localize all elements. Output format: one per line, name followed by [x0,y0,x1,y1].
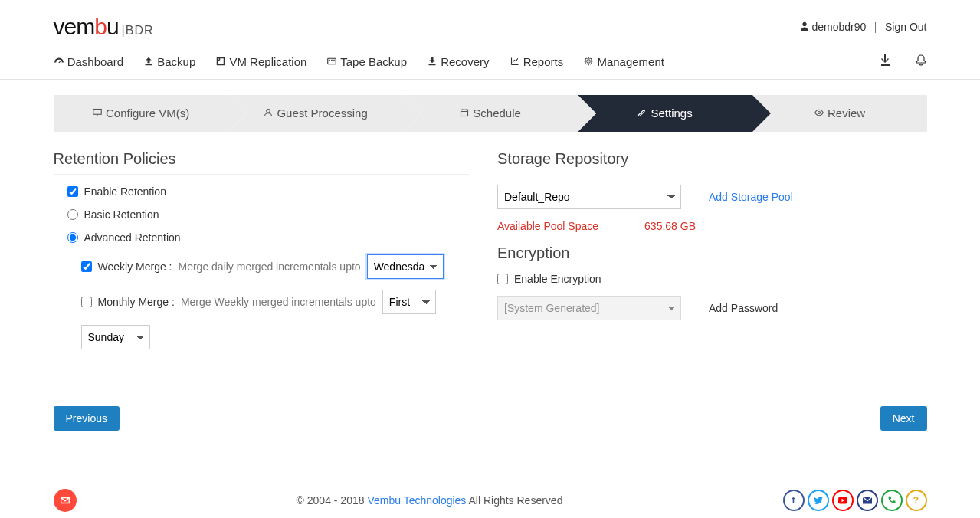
user-icon [800,21,812,33]
advanced-retention-label: Advanced Retention [84,231,181,244]
enable-encryption-checkbox[interactable] [497,274,508,284]
monthly-merge-week-select[interactable]: First [382,290,436,314]
enable-retention-checkbox[interactable] [67,186,78,197]
svg-rect-4 [334,60,336,61]
sign-out-link[interactable]: Sign Out [885,21,926,33]
svg-point-6 [267,110,270,113]
monthly-merge-label: Monthly Merge : [98,296,175,308]
phone-icon[interactable] [881,490,903,511]
step-settings[interactable]: Settings [578,95,752,132]
encryption-title: Encryption [497,244,913,262]
nav-reports[interactable]: Reports [510,55,564,68]
monthly-merge-checkbox[interactable] [81,297,92,307]
weekly-merge-label: Weekly Merge : [98,261,172,273]
twitter-icon[interactable] [808,490,829,511]
monthly-merge-day-select[interactable]: Sunday [81,325,150,349]
wizard-steps: Configure VM(s) Guest Processing Schedul… [54,95,927,132]
nav-vm-replication[interactable]: VM Replication [215,55,306,68]
logo[interactable]: vembu|BDR [54,14,154,40]
previous-button[interactable]: Previous [54,406,120,431]
add-password-link[interactable]: Add Password [709,302,778,314]
svg-rect-5 [93,110,102,115]
bell-icon[interactable] [915,54,927,70]
retention-title: Retention Policies [54,150,470,175]
nav-backup[interactable]: Backup [143,55,195,68]
monthly-merge-desc: Merge Weekly merged incrementals upto [181,296,376,308]
available-pool-value: 635.68 GB [644,220,696,232]
storage-repo-select[interactable]: Default_Repo [497,185,681,209]
advanced-retention-radio[interactable] [67,232,78,243]
facebook-icon[interactable]: f [783,490,805,511]
enable-encryption-label: Enable Encryption [514,273,601,285]
nav-management[interactable]: Management [583,55,664,68]
step-review[interactable]: Review [752,95,927,132]
available-pool-label: Available Pool Space [497,220,598,232]
svg-rect-0 [218,58,225,65]
storage-title: Storage Repository [497,150,913,174]
step-guest-processing[interactable]: Guest Processing [228,95,403,132]
step-schedule[interactable]: Schedule [403,95,578,132]
envelope-icon[interactable] [54,489,77,512]
help-icon[interactable]: ? [906,490,927,511]
download-icon[interactable] [880,54,892,70]
basic-retention-label: Basic Retention [84,208,159,221]
basic-retention-radio[interactable] [67,209,78,220]
svg-rect-2 [329,60,331,61]
svg-rect-1 [328,58,336,64]
youtube-icon[interactable] [832,490,854,511]
svg-point-8 [818,112,820,114]
nav-tape-backup[interactable]: Tape Backup [326,55,407,68]
step-configure-vms[interactable]: Configure VM(s) [54,95,228,132]
svg-rect-7 [461,110,468,116]
enable-retention-label: Enable Retention [84,185,166,198]
nav-recovery[interactable]: Recovery [427,55,490,68]
next-button[interactable]: Next [880,406,927,431]
weekly-merge-day-select[interactable]: Wednesday [367,254,444,279]
username[interactable]: demobdr90 [811,21,866,33]
copyright-text: © 2004 - 2018 Vembu Technologies All Rig… [297,494,563,507]
company-link[interactable]: Vembu Technologies [367,494,466,507]
svg-rect-3 [332,60,333,61]
add-storage-pool-link[interactable]: Add Storage Pool [709,191,793,203]
weekly-merge-desc: Merge daily merged incrementals upto [179,261,361,273]
encryption-password-select: [System Generated] [497,296,681,320]
mail-icon[interactable] [857,490,878,511]
nav-dashboard[interactable]: Dashboard [54,55,124,68]
weekly-merge-checkbox[interactable] [81,261,92,272]
